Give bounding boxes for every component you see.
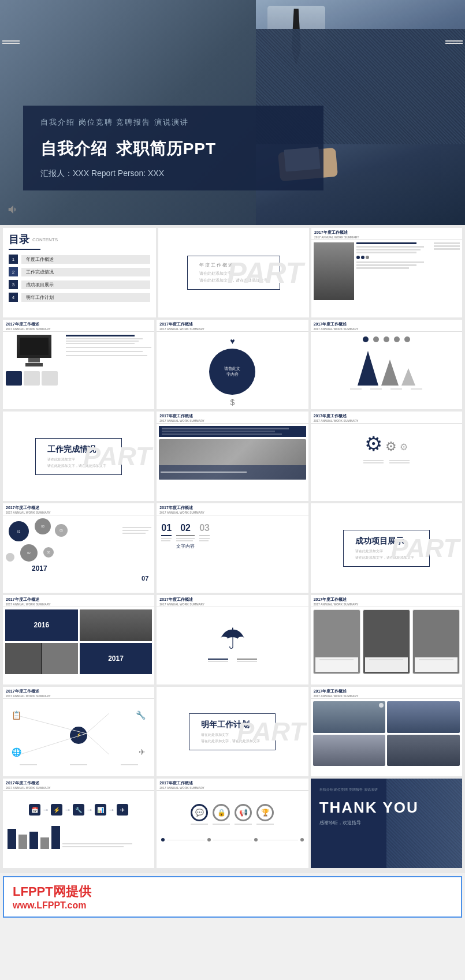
contents-item-1: 1 年度工作概述 bbox=[3, 253, 156, 265]
rd-line2 bbox=[213, 840, 251, 840]
timeline-content: 01 02 文字内容 03 bbox=[157, 518, 308, 554]
nav-arrow-1: → bbox=[42, 806, 49, 814]
sl3 bbox=[66, 355, 147, 356]
slide-row-2: 2017年度工作概述 2017 ANNUAL WORK SUMMARY bbox=[3, 320, 462, 409]
monitor-icon bbox=[17, 335, 51, 358]
dollar-icon: $ bbox=[230, 398, 235, 407]
pc1-line bbox=[319, 659, 354, 660]
gears-content: ⚙ ⚙ ⚙ bbox=[311, 424, 462, 466]
contents-text-3: 成功项目展示 bbox=[21, 280, 150, 289]
b-circle-5: 06 bbox=[43, 547, 54, 558]
monitor-left bbox=[6, 335, 63, 386]
tl-bar-1 bbox=[161, 535, 172, 536]
pcard-2 bbox=[363, 609, 410, 674]
monitor-screen bbox=[17, 335, 51, 358]
circle-content: ♥ 请替此文字内容 $ ⌂ bbox=[157, 332, 308, 409]
lfppt-url-prefix: www. bbox=[13, 900, 36, 910]
ring-icons-subheader: 2017 ANNUAL WORK SUMMARY bbox=[159, 786, 305, 790]
bh-line2 bbox=[162, 431, 274, 432]
contents-num-3: 3 bbox=[9, 280, 18, 289]
part1-number: PART bbox=[228, 256, 304, 290]
photo-cards-subheader: 2017 ANNUAL WORK SUMMARY bbox=[314, 603, 459, 606]
hero-title-cn: 自我介绍 bbox=[40, 140, 107, 158]
dot2 bbox=[361, 256, 364, 259]
mr-line3 bbox=[66, 341, 139, 342]
photo-collage2-header: 2017年度工作概述 2017 ANNUAL WORK SUMMARY bbox=[311, 687, 462, 699]
slide-photo-1 bbox=[314, 242, 354, 300]
bubble-labels bbox=[122, 527, 151, 536]
year-2017: 2017 bbox=[32, 564, 47, 573]
rd-line3 bbox=[260, 840, 298, 840]
slides-grid: 目录 CONTENTS 1 年度工作概述 2 工作完成情况 3 成功项目展示 4… bbox=[0, 225, 465, 873]
nav-icons-header: 2017年度工作概述 2017 ANNUAL WORK SUMMARY bbox=[3, 779, 154, 791]
photo-bg bbox=[314, 242, 354, 300]
bbl2 bbox=[122, 530, 148, 531]
stat-box-2 bbox=[24, 371, 40, 386]
bar5 bbox=[51, 826, 60, 849]
mdot1 bbox=[363, 336, 369, 342]
bar-l2 bbox=[62, 846, 124, 847]
info-slide-r1-content bbox=[311, 240, 462, 315]
contents-text-2: 工作完成情况 bbox=[21, 268, 150, 276]
contents-num-4: 4 bbox=[9, 293, 18, 302]
lfppt-url-brand: LFPPT bbox=[36, 900, 65, 910]
screen-inner bbox=[20, 338, 49, 355]
monitor-stand bbox=[25, 363, 43, 366]
pc2-line bbox=[369, 659, 403, 660]
bar2 bbox=[18, 835, 27, 849]
pbl1 bbox=[5, 643, 41, 675]
pl4 bbox=[411, 388, 422, 390]
photo-caption bbox=[159, 465, 306, 480]
heart-icon: ♥ bbox=[230, 336, 235, 346]
tl-l1 bbox=[161, 538, 172, 539]
hero-reporter: 汇报人：XXX Report Person: XXX bbox=[40, 169, 306, 179]
pl3 bbox=[390, 388, 402, 390]
nav-icons-slide: 2017年度工作概述 2017 ANNUAL WORK SUMMARY 📅 → … bbox=[3, 779, 154, 868]
slide-row-7: 2017年度工作概述 2017 ANNUAL WORK SUMMARY 📅 → … bbox=[3, 779, 462, 868]
collage-slide-subheader: 2017 ANNUAL WORK SUMMARY bbox=[6, 603, 151, 606]
timeline-slide-header: 2017年度工作概述 2017 ANNUAL WORK SUMMARY bbox=[157, 503, 308, 515]
bar3 bbox=[29, 832, 38, 849]
mr-line1 bbox=[66, 335, 135, 336]
ring-item-3: 📢 bbox=[235, 804, 252, 825]
b-circle-1: 01 bbox=[9, 521, 29, 541]
mountain-dots bbox=[363, 336, 410, 342]
gl2-2 bbox=[389, 462, 410, 463]
ring-dots-row bbox=[157, 835, 308, 844]
pcard-3-caption bbox=[415, 657, 457, 672]
contents-bar bbox=[9, 249, 40, 250]
nav-box-2: ⚡ bbox=[51, 804, 62, 816]
tl-num-2: 02 bbox=[176, 523, 195, 533]
contents-num-2: 2 bbox=[9, 267, 18, 276]
year-2016-cell: 2016 bbox=[5, 609, 78, 641]
num-line2 bbox=[434, 245, 460, 247]
umbrella-slide: 2017年度工作概述 2017 ANNUAL WORK SUMMARY ☂ bbox=[157, 595, 308, 684]
ring-1-label bbox=[191, 824, 208, 825]
c2-cell3 bbox=[313, 735, 386, 766]
mini-line5 bbox=[356, 261, 424, 263]
bar-l1 bbox=[62, 843, 132, 844]
gear-big: ⚙ bbox=[364, 432, 382, 455]
nl2 bbox=[70, 764, 87, 765]
bh-line1 bbox=[162, 428, 289, 429]
ring-icons-slide: 2017年度工作概述 2017 ANNUAL WORK SUMMARY 💬 🔒 … bbox=[157, 779, 308, 868]
ty-small-text: 自我介绍 岗位竞聘 竞聘报告 演说演讲 bbox=[319, 787, 378, 794]
nav-box-5: ✈ bbox=[117, 804, 128, 816]
num-07: 07 bbox=[142, 575, 148, 582]
part4-slide: 明年工作计划 请在此处添加文字 请在此处添加文字，请在此处添加文字 PART bbox=[157, 687, 308, 776]
network-labels bbox=[3, 764, 154, 765]
photo-bottom-left bbox=[5, 643, 78, 675]
lfppt-title: LFPPT网提供 bbox=[13, 883, 452, 900]
lfppt-url-suffix: .com bbox=[65, 900, 86, 910]
nav-icons-subheader: 2017 ANNUAL WORK SUMMARY bbox=[6, 786, 151, 790]
ring-icons-row: 💬 🔒 📢 🏆 bbox=[157, 799, 308, 829]
rd2 bbox=[207, 838, 211, 841]
photo-collage2-subheader: 2017 ANNUAL WORK SUMMARY bbox=[314, 694, 459, 698]
nl1 bbox=[20, 764, 37, 765]
monitor-content bbox=[3, 332, 154, 388]
gears-slide-header: 2017年度工作概述 2017 ANNUAL WORK SUMMARY bbox=[311, 412, 462, 424]
ring-2: 🔒 bbox=[213, 804, 230, 821]
info-slide-r1: 2017年度工作概述 2017 ANNUAL WORK SUMMARY bbox=[311, 228, 462, 317]
c2-cell2 bbox=[387, 701, 460, 733]
circle-slide-subheader: 2017 ANNUAL WORK SUMMARY bbox=[159, 327, 305, 331]
